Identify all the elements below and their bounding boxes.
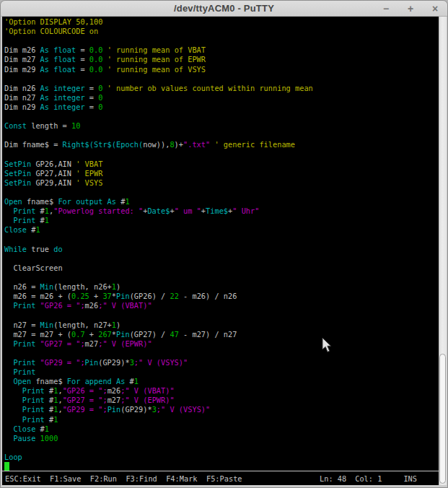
code-segment: 10 xyxy=(71,121,80,130)
code-segment: length = xyxy=(27,121,71,130)
code-segment: (length, n27+ xyxy=(53,321,112,329)
terminal-code: 'Option DISPLAY 50,100'Option COLOURCODE… xyxy=(4,17,439,471)
code-segment: "GP29 = "; xyxy=(40,358,85,367)
code-line: Open fname$ For append As #1 xyxy=(4,377,439,386)
code-segment: ' running mean of VBAT xyxy=(102,45,206,54)
code-segment: Open xyxy=(13,377,31,385)
code-segment: Const xyxy=(4,121,27,130)
scrollbar-thumb[interactable] xyxy=(439,354,446,484)
code-line: While true do xyxy=(4,245,439,254)
code-segment: 0.0 xyxy=(89,55,103,64)
code-segment: SetPin xyxy=(4,178,31,187)
code-segment: (GP29)* xyxy=(98,358,129,367)
code-segment: GP29,AIN xyxy=(31,178,71,187)
code-segment: ' running mean of EPWR xyxy=(102,55,206,64)
code-segment: ;" V (VBAT)" xyxy=(120,386,174,395)
code-line: Open fname$ For output As #1 xyxy=(4,197,439,206)
code-segment: As float xyxy=(40,45,76,54)
line-indicator: Ln: 48 xyxy=(320,474,346,483)
code-line: Dim fname$ = Right$(Str$(Epoch(now)),8)+… xyxy=(4,140,439,149)
code-segment: # xyxy=(35,206,44,215)
minimize-button[interactable]: − xyxy=(381,4,391,14)
maximize-button[interactable]: + xyxy=(405,4,416,14)
code-segment xyxy=(4,358,13,367)
code-segment: 1 xyxy=(45,424,49,433)
code-segment: As integer xyxy=(40,84,85,92)
code-line: m26 = m26 + (0.25 + 37*Pin(GP26) / 22 - … xyxy=(4,292,439,301)
code-segment: true xyxy=(27,245,53,253)
code-segment: ;" V (EPWR)" xyxy=(120,396,174,404)
code-segment: Pause xyxy=(13,434,35,443)
code-segment: 22 xyxy=(170,292,178,300)
code-segment: 1 xyxy=(35,225,40,234)
code-segment: 0 xyxy=(98,93,102,102)
code-segment xyxy=(4,206,13,215)
code-segment: m26 = m26 + ( xyxy=(4,292,71,300)
code-segment: = xyxy=(85,103,99,111)
code-segment: Pin xyxy=(116,330,130,339)
code-segment: m26 xyxy=(85,301,99,310)
code-segment: Pin xyxy=(107,405,121,414)
code-segment: ;" V (EPWR)" xyxy=(98,339,151,348)
code-segment: 1 xyxy=(125,197,129,206)
status-right: Ln: 48 Col: 1 INS xyxy=(320,474,436,483)
code-segment: (GP27) / xyxy=(130,330,170,339)
code-segment: fname$ xyxy=(31,377,67,385)
code-segment: 1 xyxy=(45,216,49,225)
code-segment: # xyxy=(116,197,125,206)
window-controls: − + × xyxy=(381,1,440,17)
code-line: Dim n27 As integer = 0 xyxy=(4,93,439,103)
code-segment: Right$( xyxy=(63,140,94,149)
code-segment: 1 xyxy=(134,377,139,385)
code-segment: "GP26 = "; xyxy=(63,386,107,395)
code-line xyxy=(4,254,439,263)
code-segment: GP27,AIN xyxy=(31,169,71,178)
code-segment: # xyxy=(35,216,44,225)
code-line xyxy=(4,112,439,121)
code-line: Print #1 xyxy=(4,415,439,424)
code-segment: Time$ xyxy=(206,206,228,215)
code-segment xyxy=(4,434,13,443)
code-segment: Print xyxy=(22,405,45,414)
code-segment: n26 = xyxy=(4,282,40,291)
code-line: SetPin GP27,AIN ' EPWR xyxy=(4,169,439,178)
code-line: Dim n29 As integer = 0 xyxy=(4,103,439,112)
code-line: SetPin GP29,AIN ' VSYS xyxy=(4,178,439,188)
code-segment: ' generic filename xyxy=(210,140,295,149)
code-segment: 0.7 xyxy=(71,330,85,339)
code-line xyxy=(4,131,439,140)
code-segment: # xyxy=(45,386,53,395)
code-segment: m26 xyxy=(107,386,121,395)
code-segment: do xyxy=(53,245,62,253)
close-button[interactable]: × xyxy=(430,4,440,14)
code-line: ClearScreen xyxy=(4,263,439,273)
code-segment: Print xyxy=(13,301,35,310)
code-segment: (GP29)* xyxy=(120,405,151,414)
code-segment: Dim m27 xyxy=(4,55,40,64)
code-line: Print "GP27 = ";m27;" V (EPWR)" xyxy=(4,339,439,349)
code-line: Const length = 10 xyxy=(4,121,439,131)
code-line: Print #1 xyxy=(4,216,439,225)
code-segment: ;" V (VSYS)" xyxy=(157,405,210,414)
code-line: Print "GP26 = ";m26;" V (VBAT)" xyxy=(4,301,439,310)
code-line xyxy=(4,150,439,160)
code-segment: Print xyxy=(13,206,35,215)
title-bar[interactable]: /dev/ttyACM0 - PuTTY − + × xyxy=(1,1,447,17)
code-segment: Close xyxy=(13,424,35,433)
code-line: SetPin GP26,AIN ' VBAT xyxy=(4,160,439,169)
code-segment: 1 xyxy=(53,415,58,424)
code-line xyxy=(4,235,439,245)
code-segment: For output As xyxy=(58,197,116,206)
code-segment: Dim n27 xyxy=(4,93,40,102)
code-segment xyxy=(4,301,13,310)
scrollbar-track[interactable] xyxy=(439,17,447,485)
code-line: n27 = Min(length, n27+1) xyxy=(4,321,439,330)
code-line xyxy=(4,188,439,197)
code-segment: fname$ xyxy=(22,197,58,206)
code-segment: SetPin xyxy=(4,160,31,168)
terminal-screen[interactable]: 'Option DISPLAY 50,100'Option COLOURCODE… xyxy=(2,17,439,485)
code-segment: Close xyxy=(4,225,27,234)
code-line: Print #1,"GP27 = ";m27;" V (EPWR)" xyxy=(4,396,439,405)
code-segment: ) xyxy=(116,321,120,329)
code-line xyxy=(4,349,439,358)
